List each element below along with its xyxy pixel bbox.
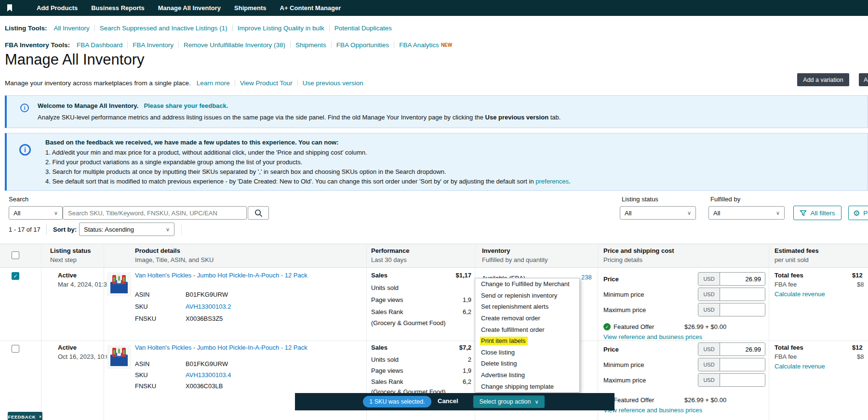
listing-status-value: All bbox=[625, 210, 631, 217]
row1-min-price-input[interactable] bbox=[720, 288, 765, 301]
preferences-button[interactable]: ⚙ P bbox=[848, 206, 868, 220]
row2-sales-value: $7,2 bbox=[423, 344, 471, 351]
row2-sku[interactable]: AVH13300103.4 bbox=[186, 371, 231, 379]
col-inventory-sub: Fulfilled by and quantity bbox=[482, 256, 548, 263]
row2-product-title[interactable]: Van Holten's Pickles - Jumbo Hot Pickle-… bbox=[135, 344, 307, 351]
nav-item-a-plus-content[interactable]: A+ Content Manager bbox=[280, 4, 341, 12]
menu-item-create-removal-order[interactable]: Create removal order bbox=[475, 313, 579, 324]
sku-selected-pill[interactable]: 1 SKU was selected. bbox=[363, 396, 431, 407]
nav-item-shipments[interactable]: Shipments bbox=[234, 4, 266, 12]
updates-item-2: 2. Find your product variations as a sin… bbox=[45, 158, 302, 166]
menu-item-send-replenish[interactable]: Send or replenish inventory bbox=[475, 290, 579, 302]
manage-all-inventory-page: { "icons": { "check": "✓", "chevron": "∨… bbox=[0, 0, 868, 420]
welcome-banner-title: Welcome to Manage All Inventory. bbox=[38, 102, 138, 109]
usd-label: USD bbox=[698, 358, 720, 371]
search-input[interactable] bbox=[63, 206, 247, 220]
usd-label: USD bbox=[698, 303, 720, 316]
featured-offer-label: Featured Offer bbox=[614, 323, 654, 330]
row1-calculate-revenue-link[interactable]: Calculate revenue bbox=[775, 290, 825, 298]
page-subtitle-row: Manage your inventory across marketplace… bbox=[5, 79, 363, 87]
menu-item-print-item-labels[interactable]: Print item labels bbox=[475, 335, 579, 347]
link-fba-inventory[interactable]: FBA Inventory bbox=[133, 41, 174, 49]
add-variation-button[interactable]: Add a variation bbox=[797, 73, 849, 86]
row1-view-reference-link[interactable]: View reference and business prices bbox=[603, 333, 702, 341]
row2-price-input[interactable] bbox=[720, 343, 765, 355]
menu-item-create-fulfillment-order[interactable]: Create fulfillment order bbox=[475, 324, 579, 335]
preferences-link[interactable]: preferences bbox=[535, 178, 569, 185]
row2-calculate-revenue-link[interactable]: Calculate revenue bbox=[775, 363, 825, 370]
row1-max-price-input[interactable] bbox=[720, 303, 765, 316]
link-learn-more[interactable]: Learn more bbox=[197, 79, 230, 87]
nav-item-business-reports[interactable]: Business Reports bbox=[91, 4, 145, 12]
max-price-label: Maximum price bbox=[603, 377, 646, 384]
row2-checkbox[interactable] bbox=[12, 345, 19, 353]
feedback-tab[interactable]: FEEDBACK ✕ bbox=[8, 412, 42, 420]
cancel-button[interactable]: Cancel bbox=[438, 397, 458, 405]
row2-status: Active bbox=[58, 344, 77, 351]
add-product-button[interactable]: Ac bbox=[859, 73, 868, 86]
product-image[interactable] bbox=[107, 272, 131, 296]
col-listing-status: Listing status bbox=[50, 247, 91, 254]
link-potential-duplicates[interactable]: Potential Duplicates bbox=[334, 25, 392, 32]
select-all-checkbox[interactable] bbox=[12, 251, 19, 259]
close-icon[interactable]: ✕ bbox=[39, 415, 42, 419]
link-all-inventory[interactable]: All Inventory bbox=[54, 25, 90, 32]
row1-price-input[interactable] bbox=[720, 273, 765, 285]
search-scope-select[interactable]: All ∨ bbox=[9, 206, 63, 220]
menu-item-close-listing[interactable]: Close listing bbox=[475, 347, 579, 358]
row2-view-reference-link[interactable]: View reference and business prices bbox=[603, 407, 702, 414]
listing-status-label: Listing status bbox=[622, 196, 658, 203]
check-icon: ✓ bbox=[13, 273, 17, 279]
bookmark-icon[interactable] bbox=[7, 4, 13, 12]
preferences-button-label: P bbox=[863, 210, 868, 217]
row2-max-price-input[interactable] bbox=[720, 374, 765, 386]
row1-sku[interactable]: AVH13300103.2 bbox=[186, 303, 231, 310]
link-fba-analytics[interactable]: FBA Analytics bbox=[399, 41, 439, 49]
row2-price-field: USD bbox=[698, 342, 765, 356]
row2-units-value: 2 bbox=[423, 356, 471, 363]
nav-item-manage-all-inventory[interactable]: Manage All Inventory bbox=[158, 4, 221, 12]
listing-status-select[interactable]: All ∨ bbox=[620, 206, 696, 220]
updates-item-4: 4. See default sort that is modified to … bbox=[45, 178, 535, 185]
nav-item-add-products[interactable]: Add Products bbox=[37, 4, 78, 12]
all-filters-button[interactable]: All filters bbox=[793, 206, 841, 220]
row1-checkbox[interactable]: ✓ bbox=[12, 272, 19, 280]
sales-rank-label: Sales Rank bbox=[371, 378, 403, 385]
link-fba-dashboard[interactable]: FBA Dashboard bbox=[77, 41, 122, 49]
link-fba-shipments[interactable]: Shipments bbox=[295, 41, 326, 49]
sku-label: SKU bbox=[135, 303, 148, 310]
product-image[interactable] bbox=[107, 345, 131, 369]
row1-price-field: USD bbox=[698, 272, 765, 286]
chevron-down-icon: ∨ bbox=[54, 210, 58, 216]
menu-item-change-shipping-template[interactable]: Change shipping template bbox=[475, 381, 579, 392]
share-feedback-link[interactable]: Please share your feedback. bbox=[144, 102, 228, 109]
link-previous-version[interactable]: Use previous version bbox=[303, 79, 363, 87]
welcome-banner: i Welcome to Manage All Inventory. Pleas… bbox=[5, 95, 868, 128]
sort-select[interactable]: Status: Ascending ∨ bbox=[79, 223, 174, 236]
select-group-action-button[interactable]: Select group action ∨ bbox=[473, 395, 545, 408]
row2-total-fees-value: $12 bbox=[852, 344, 863, 351]
col-estimated-fees-sub: per unit sold bbox=[775, 256, 809, 263]
col-estimated-fees: Estimated fees bbox=[775, 247, 819, 254]
menu-item-replenishment-alerts[interactable]: Set replenishment alerts bbox=[475, 301, 579, 313]
menu-item-change-to-fbm[interactable]: Change to Fulfilled by Merchant bbox=[475, 278, 579, 290]
row2-min-price-field: USD bbox=[698, 358, 765, 371]
updates-item-3: 3. Search for multiple products at once … bbox=[45, 168, 446, 175]
link-fba-opportunities[interactable]: FBA Opportunities bbox=[336, 41, 389, 49]
link-product-tour[interactable]: View Product Tour bbox=[240, 79, 293, 87]
link-remove-unfulfillable[interactable]: Remove Unfulfillable Inventory (38) bbox=[184, 41, 285, 49]
row1-max-price-field: USD bbox=[698, 303, 765, 316]
row1-inventory-qty[interactable]: 238 bbox=[581, 274, 592, 281]
row1-product-title[interactable]: Van Holten's Pickles - Jumbo Hot Pickle-… bbox=[135, 272, 307, 279]
row2-fba-fee-value: $8 bbox=[857, 353, 864, 360]
search-icon bbox=[254, 209, 263, 217]
menu-item-delete-listing[interactable]: Delete listing bbox=[475, 358, 579, 369]
menu-item-advertise-listing[interactable]: Advertise listing bbox=[475, 369, 579, 381]
fulfilled-by-select[interactable]: All ∨ bbox=[708, 206, 785, 220]
row2-min-price-input[interactable] bbox=[720, 358, 765, 371]
link-suppressed-inactive[interactable]: Search Suppressed and Inactive Listings … bbox=[100, 25, 227, 32]
link-improve-quality[interactable]: Improve Listing Quality in bulk bbox=[238, 25, 324, 32]
updates-item-1: 1. Add/edit your min and max price for a… bbox=[45, 149, 367, 156]
results-count: 1 - 17 of 17 bbox=[9, 226, 40, 233]
search-button[interactable] bbox=[248, 206, 269, 220]
